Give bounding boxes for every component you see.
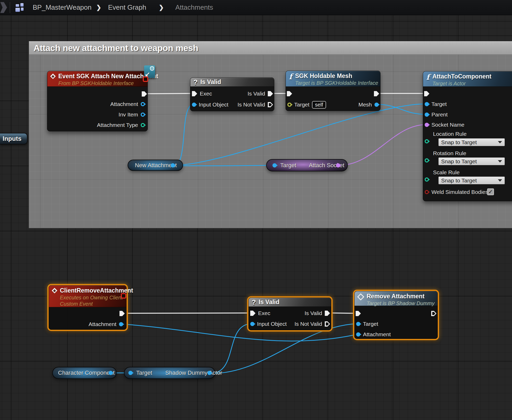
- chevron-right-icon: ❯: [159, 4, 164, 11]
- exec-out-pin[interactable]: [120, 311, 125, 316]
- shadow-dummy-out-pin[interactable]: [207, 371, 212, 375]
- pin-label: Exec: [258, 310, 270, 316]
- exec-in-pin[interactable]: [192, 91, 197, 96]
- exec-in-pin[interactable]: [356, 311, 361, 316]
- function-icon: f: [289, 73, 292, 81]
- question-icon: ?: [194, 79, 197, 86]
- scale-rule-label: Scale Rule: [433, 169, 460, 176]
- comment-title: Attach new attachment to weapon mesh: [33, 43, 198, 53]
- pin-label: Is Not Valid: [294, 321, 322, 327]
- attach-socket-out-pin[interactable]: [336, 163, 340, 167]
- question-icon: ?: [252, 299, 256, 306]
- socket-name-pin[interactable]: [425, 123, 429, 127]
- is-valid-out-pin[interactable]: [325, 311, 330, 316]
- pin-label: Socket Name: [431, 122, 464, 128]
- no-replicate-badge-icon: [121, 293, 126, 299]
- rotation-rule-dropdown[interactable]: Snap to Target: [438, 157, 505, 165]
- pin-label: Inv Item: [118, 111, 138, 118]
- exec-in-pin[interactable]: [287, 91, 292, 96]
- variable-label: Character Component: [58, 369, 115, 376]
- weld-simulated-bodies-pin[interactable]: [425, 190, 429, 194]
- pin-label: Exec: [200, 91, 212, 97]
- node-subtitle-line2: Custom Event: [60, 301, 133, 307]
- inputs-tab-label: Inputs: [3, 135, 21, 142]
- variable-attach-socket[interactable]: Target Attach Socket: [266, 159, 348, 171]
- target-pin[interactable]: [287, 103, 292, 107]
- character-component-out-pin[interactable]: [109, 371, 113, 375]
- pin-label: Attachment: [110, 101, 138, 107]
- exec-out-pin[interactable]: [431, 311, 436, 316]
- node-title: Is Valid: [259, 298, 279, 306]
- target-pin[interactable]: [425, 102, 429, 106]
- attachment-type-pin[interactable]: [141, 123, 145, 127]
- pin-label: Target: [363, 321, 378, 327]
- target-label: Target: [136, 369, 152, 376]
- rotation-rule-pin[interactable]: [425, 158, 429, 163]
- is-not-valid-out-pin[interactable]: [325, 321, 330, 327]
- scale-rule-pin[interactable]: [425, 177, 429, 182]
- pin-label: Is Not Valid: [237, 102, 265, 108]
- mesh-out-pin[interactable]: [374, 103, 379, 107]
- node-title: AttachToComponent: [432, 73, 491, 80]
- weld-checkbox[interactable]: ✓: [487, 188, 494, 195]
- pin-label: Mesh: [359, 102, 372, 108]
- pin-label: Input Object: [257, 321, 287, 327]
- inputs-tab[interactable]: Inputs: [0, 133, 27, 144]
- breadcrumb-event-graph[interactable]: Event Graph: [108, 3, 146, 12]
- variable-new-attachment[interactable]: New Attachment: [128, 160, 183, 171]
- pin-label: Parent: [431, 111, 448, 118]
- attachment-out-pin[interactable]: [119, 322, 123, 326]
- custom-event-diamond-icon: [52, 288, 57, 293]
- scale-rule-dropdown[interactable]: Snap to Target: [438, 176, 505, 184]
- variable-label: Shadow Dummy Actor: [165, 369, 222, 376]
- node-is-valid-bottom[interactable]: ? Is Valid Exec Is Valid Input Object Is…: [248, 298, 331, 330]
- self-reference-box[interactable]: self: [312, 101, 326, 109]
- pin-label: Weld Simulated Bodies: [431, 189, 488, 195]
- attachment-pin[interactable]: [356, 332, 360, 337]
- pin-label: Target: [294, 102, 309, 108]
- comment-header[interactable]: Attach new attachment to weapon mesh: [29, 41, 512, 55]
- location-rule-dropdown[interactable]: Snap to Target: [438, 138, 505, 146]
- parent-pin[interactable]: [425, 113, 429, 117]
- exec-in-pin[interactable]: [250, 311, 255, 316]
- location-rule-pin[interactable]: [425, 139, 429, 143]
- event-dispatch-diamond-icon: [357, 293, 364, 300]
- breadcrumb-bar: BP_MasterWeapon ❯ Event Graph ❯ Attachme…: [0, 0, 512, 15]
- pin-label: Target: [431, 101, 447, 107]
- pin-label: Is Valid: [305, 310, 322, 316]
- breadcrumb: BP_MasterWeapon ❯ Event Graph ❯ Attachme…: [25, 3, 213, 12]
- attachment-pin[interactable]: [141, 102, 145, 106]
- function-icon: f: [426, 73, 429, 81]
- exec-out-pin[interactable]: [374, 91, 379, 96]
- target-pin[interactable]: [356, 322, 360, 326]
- exec-in-pin[interactable]: [424, 91, 429, 96]
- node-attach-to-component[interactable]: f AttachToComponent Target is Actor Targ…: [423, 71, 512, 201]
- toolbar-divider: [10, 2, 10, 13]
- inv-item-pin[interactable]: [141, 113, 145, 117]
- caret-down-icon: [498, 179, 502, 182]
- variable-character-component[interactable]: Character Component: [52, 367, 117, 379]
- breadcrumb-blueprint[interactable]: BP_MasterWeapon: [33, 3, 92, 12]
- new-attachment-out-pin[interactable]: [171, 163, 175, 167]
- caret-down-icon: [498, 141, 502, 143]
- interface-event-icon: ⚙↙: [144, 65, 155, 78]
- node-title: Is Valid: [200, 78, 221, 86]
- breadcrumb-attachments[interactable]: Attachments: [175, 3, 213, 12]
- node-is-valid-top[interactable]: ? Is Valid Exec Is Valid Input Object Is…: [190, 77, 274, 111]
- node-remove-attachment[interactable]: Remove Attachment Target is BP Shadow Du…: [354, 291, 438, 339]
- chevron-right-icon: ❯: [96, 4, 101, 11]
- input-object-pin[interactable]: [192, 103, 196, 107]
- node-sgk-holdable-mesh[interactable]: f SGK Holdable Mesh Target is BP SGKHold…: [286, 71, 380, 111]
- is-not-valid-out-pin[interactable]: [268, 102, 273, 107]
- target-in-pin[interactable]: [128, 371, 133, 375]
- collapse-panel-chevron-icon[interactable]: [0, 2, 7, 13]
- is-valid-out-pin[interactable]: [268, 91, 273, 96]
- location-rule-label: Location Rule: [433, 131, 467, 137]
- exec-out-pin[interactable]: [142, 91, 147, 97]
- pin-label: Attachment: [363, 331, 391, 338]
- target-in-pin[interactable]: [272, 163, 277, 167]
- variable-shadow-dummy-actor[interactable]: Target Shadow Dummy Actor: [124, 367, 215, 379]
- input-object-pin[interactable]: [250, 322, 254, 326]
- node-client-remove-attachment[interactable]: ClientRemoveAttachment Executes on Ownin…: [49, 285, 127, 330]
- node-event-sgk-attach-new-attachment[interactable]: Event SGK Attach New Attachment From BP …: [47, 71, 148, 131]
